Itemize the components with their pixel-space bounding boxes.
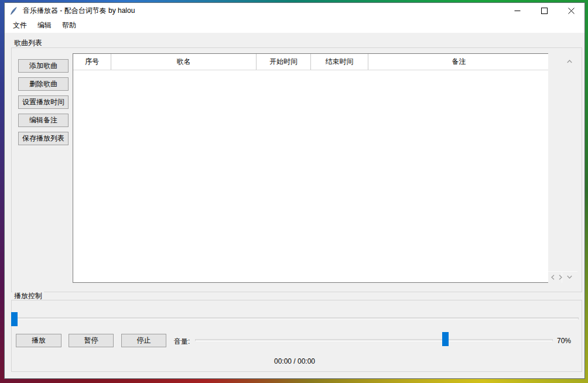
pause-button[interactable]: 暂停 bbox=[69, 334, 114, 347]
scroll-up-icon[interactable] bbox=[565, 57, 574, 66]
minimize-button[interactable] bbox=[504, 3, 531, 18]
scroll-right-icon[interactable] bbox=[556, 272, 565, 282]
close-button[interactable] bbox=[558, 3, 584, 18]
menu-bar: 文件 编辑 帮助 bbox=[5, 18, 584, 33]
scroll-down-icon[interactable] bbox=[565, 272, 574, 282]
minimize-icon bbox=[514, 8, 521, 14]
app-window: 音乐播放器 - 配合台词节奏 by halou 文件 编辑 帮助 歌曲列表 添加… bbox=[4, 2, 585, 379]
menu-edit[interactable]: 编辑 bbox=[32, 18, 57, 33]
song-table[interactable]: 序号 歌名 开始时间 结束时间 备注 bbox=[73, 53, 550, 283]
play-button[interactable]: 播放 bbox=[16, 334, 61, 347]
song-list-group-label: 歌曲列表 bbox=[12, 39, 44, 47]
column-header-note[interactable]: 备注 bbox=[368, 54, 549, 70]
maximize-button[interactable] bbox=[531, 3, 558, 18]
column-header-end-time[interactable]: 结束时间 bbox=[311, 54, 368, 70]
delete-song-button[interactable]: 删除歌曲 bbox=[18, 77, 69, 91]
volume-slider-track[interactable] bbox=[195, 339, 553, 341]
maximize-icon bbox=[541, 8, 548, 14]
progress-slider-track[interactable] bbox=[11, 317, 579, 320]
column-header-index[interactable]: 序号 bbox=[73, 54, 111, 70]
title-bar[interactable]: 音乐播放器 - 配合台词节奏 by halou bbox=[5, 3, 584, 18]
table-scrollbar-region bbox=[548, 53, 577, 283]
close-icon bbox=[568, 8, 575, 14]
set-play-time-button[interactable]: 设置播放时间 bbox=[18, 95, 69, 109]
column-header-song-name[interactable]: 歌名 bbox=[111, 54, 257, 70]
save-playlist-button[interactable]: 保存播放列表 bbox=[18, 132, 69, 145]
volume-percent: 70% bbox=[557, 337, 571, 345]
song-table-header: 序号 歌名 开始时间 结束时间 备注 bbox=[73, 54, 549, 70]
column-header-start-time[interactable]: 开始时间 bbox=[257, 54, 311, 70]
volume-slider-handle[interactable] bbox=[442, 332, 449, 346]
stop-button[interactable]: 停止 bbox=[121, 334, 166, 347]
menu-help[interactable]: 帮助 bbox=[57, 18, 81, 33]
progress-slider-handle[interactable] bbox=[11, 312, 18, 326]
volume-label: 音量: bbox=[174, 337, 190, 347]
playback-group-label: 播放控制 bbox=[12, 292, 44, 300]
window-title: 音乐播放器 - 配合台词节奏 by halou bbox=[23, 6, 135, 16]
menu-file[interactable]: 文件 bbox=[8, 18, 32, 33]
scrollbar-divider bbox=[548, 271, 577, 272]
python-feather-icon bbox=[9, 6, 18, 15]
time-display: 00:00 / 00:00 bbox=[5, 357, 584, 365]
add-song-button[interactable]: 添加歌曲 bbox=[18, 59, 69, 73]
edit-note-button[interactable]: 编辑备注 bbox=[18, 114, 69, 127]
